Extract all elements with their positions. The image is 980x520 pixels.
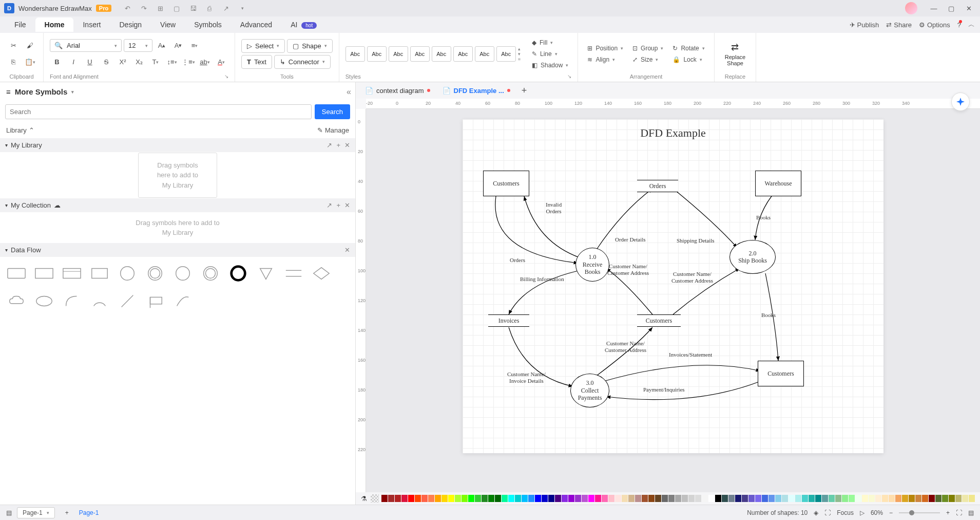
data-flow-header[interactable]: ▾ Data Flow ✕ bbox=[0, 243, 355, 257]
color-swatch[interactable] bbox=[735, 495, 741, 502]
color-swatch[interactable] bbox=[441, 495, 448, 502]
publish-button[interactable]: ✈ Publish bbox=[850, 21, 879, 29]
color-swatch[interactable] bbox=[789, 495, 795, 502]
color-swatch[interactable] bbox=[401, 495, 408, 502]
help-button[interactable]: ? bbox=[957, 21, 961, 29]
format-painter-button[interactable]: 🖌 bbox=[23, 39, 37, 53]
copy-button[interactable]: ⎘ bbox=[6, 55, 21, 69]
color-swatch[interactable] bbox=[602, 495, 608, 502]
select-tool[interactable]: ▷ Select ▾ bbox=[241, 39, 285, 53]
diagram-title[interactable]: DFD Example bbox=[463, 126, 883, 140]
color-swatch[interactable] bbox=[388, 495, 394, 502]
label-custaddr2[interactable]: Customer Name/ Customer Address bbox=[670, 271, 714, 284]
color-swatch[interactable] bbox=[688, 495, 695, 502]
qat-more[interactable]: ▾ bbox=[237, 3, 248, 14]
shape-rect-rounded[interactable] bbox=[6, 263, 27, 284]
entity-customers[interactable]: Customers bbox=[483, 171, 529, 196]
color-swatch[interactable] bbox=[575, 495, 581, 502]
label-custaddr1[interactable]: Customer Name/ Customer Address bbox=[606, 263, 650, 276]
process-1[interactable]: 1.0 Receive Books bbox=[575, 248, 609, 282]
shape-diamond[interactable] bbox=[311, 263, 332, 284]
color-swatch[interactable] bbox=[708, 495, 715, 502]
font-color-button[interactable]: A▾ bbox=[214, 55, 228, 69]
symbol-search-input[interactable] bbox=[5, 104, 312, 119]
color-swatch[interactable] bbox=[568, 495, 574, 502]
collapse-ribbon-button[interactable]: ︿ bbox=[968, 20, 975, 29]
color-swatch[interactable] bbox=[755, 495, 761, 502]
datastore-invoices[interactable]: Invoices bbox=[488, 314, 529, 327]
color-swatch[interactable] bbox=[935, 495, 941, 502]
collection-add-icon[interactable]: + bbox=[336, 201, 340, 209]
italic-button[interactable]: I bbox=[66, 55, 81, 69]
shape-half-circle[interactable] bbox=[89, 291, 110, 311]
style-6[interactable]: Abc bbox=[453, 46, 473, 62]
color-swatch[interactable] bbox=[929, 495, 935, 502]
label-invalid-orders[interactable]: Invalid Orders bbox=[545, 201, 563, 215]
color-swatch[interactable] bbox=[855, 495, 861, 502]
color-swatch[interactable] bbox=[768, 495, 775, 502]
color-swatch[interactable] bbox=[588, 495, 594, 502]
shape-rect[interactable] bbox=[34, 263, 54, 284]
section-close-icon[interactable]: ✕ bbox=[344, 141, 350, 149]
color-swatch[interactable] bbox=[468, 495, 474, 502]
color-swatch[interactable] bbox=[942, 495, 948, 502]
page-layout-icon[interactable]: ▤ bbox=[6, 509, 12, 516]
process-3[interactable]: 3.0 Collect Payments bbox=[570, 374, 609, 407]
redo-button[interactable]: ↷ bbox=[138, 3, 149, 14]
color-swatch[interactable] bbox=[902, 495, 908, 502]
styles-down[interactable]: ▾ bbox=[518, 51, 521, 57]
library-dropdown[interactable]: Library ⌃ bbox=[6, 126, 34, 134]
focus-label[interactable]: Focus bbox=[837, 509, 854, 516]
replace-shape-button[interactable]: ⇄ Replace Shape bbox=[721, 40, 750, 68]
shadow-button[interactable]: ◧ Shadow ▾ bbox=[529, 61, 571, 70]
label-billing[interactable]: Billing Information bbox=[519, 276, 565, 283]
section-export-icon[interactable]: ↗ bbox=[326, 141, 332, 149]
styles-up[interactable]: ▴ bbox=[518, 46, 521, 51]
increase-font-button[interactable]: A▴ bbox=[155, 39, 169, 53]
line-button[interactable]: ✎ Line ▾ bbox=[529, 49, 571, 59]
color-swatch[interactable] bbox=[895, 495, 901, 502]
color-swatch[interactable] bbox=[528, 495, 534, 502]
color-swatch[interactable] bbox=[408, 495, 414, 502]
my-collection-dropzone[interactable]: Drag symbols here to add to My Library bbox=[0, 212, 355, 243]
color-swatch[interactable] bbox=[969, 495, 975, 502]
datastore-customers[interactable]: Customers bbox=[637, 314, 681, 327]
minimize-button[interactable]: — bbox=[927, 2, 941, 14]
label-books2[interactable]: Books bbox=[760, 312, 777, 319]
style-1[interactable]: Abc bbox=[345, 46, 365, 62]
shape-circle[interactable] bbox=[117, 263, 138, 284]
add-page-button[interactable]: + bbox=[60, 509, 74, 516]
line-spacing-button[interactable]: ↕≡▾ bbox=[165, 55, 179, 69]
save-button[interactable]: 🖫 bbox=[187, 3, 199, 14]
my-library-dropzone[interactable]: Drag symbols here to add to My Library bbox=[0, 152, 355, 198]
subscript-button[interactable]: X₂ bbox=[132, 55, 146, 69]
datastore-orders[interactable]: Orders bbox=[637, 180, 678, 192]
position-button[interactable]: ⊞ Position ▾ bbox=[584, 44, 626, 53]
entity-customers-right[interactable]: Customers bbox=[758, 361, 804, 386]
shape-cloud[interactable] bbox=[6, 291, 27, 311]
color-swatch[interactable] bbox=[562, 495, 568, 502]
color-swatch[interactable] bbox=[515, 495, 521, 502]
style-8[interactable]: Abc bbox=[496, 46, 516, 62]
color-swatch[interactable] bbox=[495, 495, 501, 502]
my-library-header[interactable]: ▾ My Library ↗ + ✕ bbox=[0, 138, 355, 152]
color-swatch[interactable] bbox=[622, 495, 628, 502]
my-collection-header[interactable]: ▾ My Collection ☁ ↗ + ✕ bbox=[0, 198, 355, 212]
color-swatch[interactable] bbox=[762, 495, 768, 502]
color-swatch[interactable] bbox=[815, 495, 821, 502]
page-tab-1[interactable]: Page-1 bbox=[74, 507, 104, 518]
bullets-button[interactable]: ⋮≡▾ bbox=[181, 55, 196, 69]
entity-warehouse[interactable]: Warehouse bbox=[755, 171, 801, 196]
manage-button[interactable]: ✎ Manage bbox=[317, 126, 349, 134]
color-swatch[interactable] bbox=[635, 495, 641, 502]
fit-page-icon[interactable]: ⛶ bbox=[956, 509, 962, 516]
color-swatch[interactable] bbox=[455, 495, 461, 502]
color-swatch[interactable] bbox=[675, 495, 681, 502]
underline-button[interactable]: U bbox=[83, 55, 97, 69]
color-swatch[interactable] bbox=[548, 495, 554, 502]
font-expand[interactable]: ↘ bbox=[224, 73, 228, 80]
label-cust-invoice[interactable]: Customer Name/ Invoice Details bbox=[506, 371, 547, 384]
fill-button[interactable]: ◆ Fill ▾ bbox=[529, 38, 571, 47]
drawing-page[interactable]: DFD Example bbox=[463, 119, 883, 453]
color-swatch[interactable] bbox=[421, 495, 428, 502]
